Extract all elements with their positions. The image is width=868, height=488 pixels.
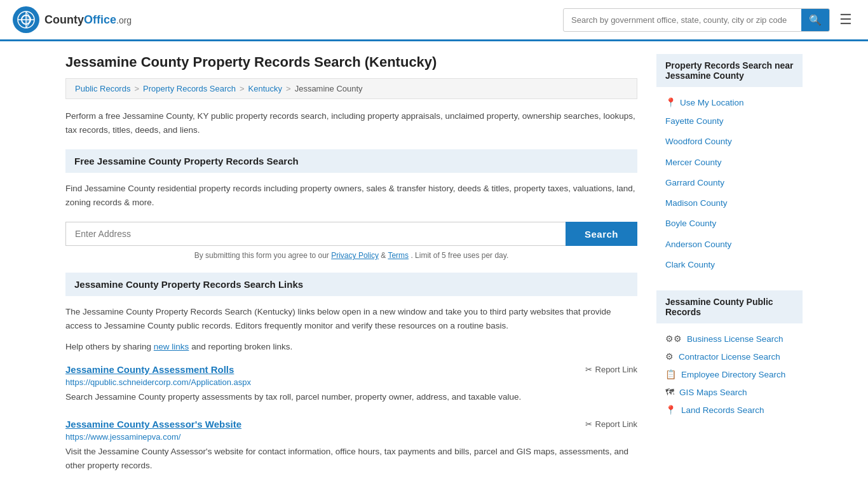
sidebar: Property Records Search near Jessamine C… [656, 54, 803, 487]
sidebar-public-records-header: Jessamine County Public Records [656, 290, 803, 323]
hamburger-menu-button[interactable]: ☰ [836, 8, 855, 31]
record-link-url-0[interactable]: https://qpublic.schneidercorp.com/Applic… [65, 377, 637, 387]
links-section-desc: The Jessamine County Property Records Se… [65, 305, 637, 332]
new-links-text: Help others by sharing new links and rep… [65, 342, 637, 351]
breadcrumb: Public Records > Property Records Search… [65, 78, 637, 99]
address-input[interactable] [65, 222, 566, 246]
page-description: Perform a free Jessamine County, KY publ… [65, 109, 637, 137]
record-link-desc-1: Visit the Jessamine County Assessor's we… [65, 445, 637, 472]
privacy-policy-link[interactable]: Privacy Policy [331, 251, 379, 260]
land-icon: 📍 [665, 405, 676, 415]
global-search-container: 🔍 [563, 8, 830, 32]
links-section-header: Jessamine County Property Records Search… [65, 273, 637, 296]
address-search-form: Search [65, 222, 637, 246]
address-search-button[interactable]: Search [566, 222, 637, 246]
logo-text: CountyOffice.org [44, 13, 132, 27]
sidebar-mercer-county[interactable]: Mercer County [656, 152, 803, 173]
gear-icon: ⚙⚙ [665, 334, 682, 344]
new-links-link[interactable]: new links [154, 342, 189, 351]
sidebar-woodford-county[interactable]: Woodford County [656, 132, 803, 152]
use-my-location-link[interactable]: 📍 Use My Location [656, 93, 803, 111]
sidebar-garrard-county[interactable]: Garrard County [656, 173, 803, 193]
record-link-desc-0: Search Jessamine County property assessm… [65, 390, 637, 404]
sidebar-contractor-license-search[interactable]: ⚙ Contractor License Search [656, 348, 803, 365]
report-link-button-1[interactable]: ✂ Report Link [585, 419, 637, 429]
record-link-title-1[interactable]: Jessamine County Assessor's Website [65, 419, 241, 430]
breadcrumb-current: Jessamine County [295, 84, 363, 93]
page-header: CountyOffice.org 🔍 ☰ [0, 0, 868, 41]
gear-icon-2: ⚙ [665, 351, 674, 362]
map-icon: 🗺 [665, 387, 674, 397]
sidebar-gis-maps-search[interactable]: 🗺 GIS Maps Search [656, 383, 803, 401]
sidebar-nearby-section: Property Records Search near Jessamine C… [656, 54, 803, 275]
breadcrumb-kentucky[interactable]: Kentucky [248, 84, 282, 93]
terms-link[interactable]: Terms [388, 251, 409, 260]
free-search-header: Free Jessamine County Property Records S… [65, 149, 637, 173]
page-title: Jessamine County Property Records Search… [65, 54, 637, 71]
sidebar-nearby-header: Property Records Search near Jessamine C… [656, 54, 803, 87]
logo-icon [13, 6, 39, 33]
sidebar-madison-county[interactable]: Madison County [656, 193, 803, 214]
record-link-item: Jessamine County Assessment Rolls ✂ Repo… [65, 364, 637, 404]
record-link-title-0[interactable]: Jessamine County Assessment Rolls [65, 364, 234, 375]
main-container: Jessamine County Property Records Search… [53, 41, 815, 488]
record-link-url-1[interactable]: https://www.jessaminepva.com/ [65, 432, 637, 442]
directory-icon: 📋 [665, 369, 676, 379]
content-area: Jessamine County Property Records Search… [65, 54, 637, 487]
free-search-description: Find Jessamine County residential proper… [65, 182, 637, 209]
global-search-button[interactable]: 🔍 [801, 9, 829, 31]
sidebar-business-license-search[interactable]: ⚙⚙ Business License Search [656, 330, 803, 348]
sidebar-fayette-county[interactable]: Fayette County [656, 111, 803, 132]
location-pin-icon: 📍 [665, 97, 676, 107]
breadcrumb-public-records[interactable]: Public Records [75, 84, 130, 93]
global-search-input[interactable] [564, 10, 801, 30]
report-link-button-0[interactable]: ✂ Report Link [585, 365, 637, 374]
header-right: 🔍 ☰ [563, 8, 855, 32]
breadcrumb-property-records-search[interactable]: Property Records Search [143, 84, 236, 93]
sidebar-land-records-search[interactable]: 📍 Land Records Search [656, 401, 803, 419]
sidebar-employee-directory-search[interactable]: 📋 Employee Directory Search [656, 365, 803, 383]
sidebar-boyle-county[interactable]: Boyle County [656, 214, 803, 234]
logo-area: CountyOffice.org [13, 6, 132, 33]
record-link-item: Jessamine County Assessor's Website ✂ Re… [65, 419, 637, 472]
sidebar-clark-county[interactable]: Clark County [656, 255, 803, 275]
form-disclaimer: By submitting this form you agree to our… [65, 251, 637, 260]
sidebar-public-records-section: Jessamine County Public Records ⚙⚙ Busin… [656, 290, 803, 419]
sidebar-anderson-county[interactable]: Anderson County [656, 234, 803, 255]
